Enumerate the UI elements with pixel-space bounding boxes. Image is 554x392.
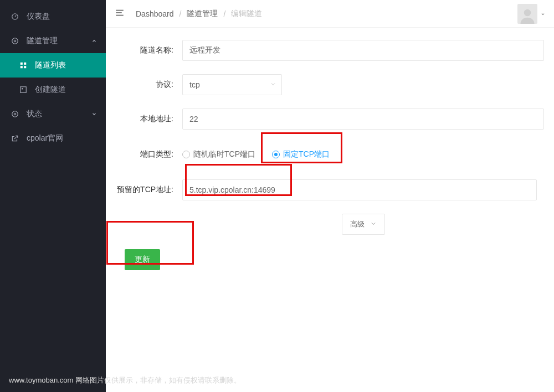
- sidebar-item-tunnel-list[interactable]: 隧道列表: [0, 53, 106, 78]
- row-port-type: 端口类型: 随机临时TCP端口 固定TCP端口: [116, 149, 544, 159]
- svg-rect-5: [20, 66, 23, 68]
- sidebar-item-dashboard[interactable]: 仪表盘: [0, 4, 106, 29]
- tunnel-name-input[interactable]: [182, 40, 544, 61]
- svg-rect-6: [24, 66, 26, 68]
- external-icon: [11, 135, 19, 142]
- protocol-value[interactable]: [182, 74, 282, 95]
- advanced-label: 高级: [350, 219, 365, 229]
- user-menu[interactable]: [517, 4, 545, 24]
- row-submit: 更新: [116, 249, 544, 270]
- list-icon: [19, 61, 27, 69]
- breadcrumb-level1[interactable]: 隧道管理: [187, 9, 218, 19]
- dashboard-icon: [11, 13, 19, 20]
- create-icon: [19, 86, 27, 94]
- update-button[interactable]: 更新: [125, 249, 160, 270]
- svg-rect-4: [24, 63, 26, 65]
- radio-icon: [182, 151, 190, 158]
- breadcrumb-root[interactable]: Dashboard: [136, 9, 174, 18]
- svg-point-11: [524, 9, 531, 16]
- tunnel-name-label: 隧道名称:: [116, 45, 182, 55]
- port-type-label: 端口类型:: [116, 149, 182, 159]
- advanced-button[interactable]: 高级: [342, 214, 385, 235]
- avatar: [517, 4, 537, 24]
- svg-point-2: [14, 40, 16, 42]
- topbar: Dashboard / 隧道管理 / 编辑隧道: [106, 0, 554, 28]
- sidebar-item-label: 隧道管理: [27, 36, 58, 46]
- sidebar-item-label: 状态: [27, 109, 42, 119]
- status-icon: [11, 110, 19, 118]
- svg-rect-8: [22, 88, 23, 89]
- sidebar-item-label: 隧道列表: [35, 60, 66, 70]
- row-tunnel-name: 隧道名称:: [116, 40, 544, 61]
- sidebar-item-status[interactable]: 状态: [0, 102, 106, 126]
- radio-label: 随机临时TCP端口: [193, 149, 255, 159]
- radio-label: 固定TCP端口: [283, 149, 330, 159]
- local-addr-label: 本地地址:: [116, 114, 182, 124]
- chevron-down-icon: [370, 220, 377, 229]
- svg-rect-7: [20, 87, 27, 93]
- breadcrumb-current: 编辑隧道: [231, 9, 262, 19]
- radio-fixed-port[interactable]: 固定TCP端口: [272, 149, 330, 159]
- footer-watermark: www.toymoban.com 网络图片仅供展示，非存储，如有侵权请联系删除。: [9, 375, 241, 385]
- breadcrumb-sep: /: [179, 9, 182, 18]
- chevron-down-icon: [91, 110, 97, 118]
- sidebar-item-label: 创建隧道: [35, 85, 66, 95]
- sidebar-item-label: 仪表盘: [27, 12, 50, 22]
- main: Dashboard / 隧道管理 / 编辑隧道 隧道名称:: [106, 0, 554, 392]
- svg-point-10: [14, 113, 16, 115]
- local-addr-input[interactable]: [182, 109, 544, 130]
- reserved-tcp-label: 预留的TCP地址:: [116, 185, 182, 195]
- radio-random-port[interactable]: 随机临时TCP端口: [182, 149, 255, 159]
- sidebar-item-tunnel-create[interactable]: 创建隧道: [0, 78, 106, 102]
- breadcrumb: Dashboard / 隧道管理 / 编辑隧道: [136, 9, 262, 19]
- sidebar-item-label: cpolar官网: [27, 133, 63, 143]
- breadcrumb-sep: /: [223, 9, 225, 18]
- protocol-select[interactable]: [182, 74, 282, 95]
- sidebar-item-tunnel-mgmt[interactable]: 隧道管理: [0, 29, 106, 53]
- svg-point-1: [12, 38, 18, 44]
- reserved-tcp-input[interactable]: [182, 179, 537, 200]
- sidebar-item-cpolar-site[interactable]: cpolar官网: [0, 126, 106, 151]
- svg-point-9: [12, 111, 18, 117]
- chevron-up-icon: [91, 37, 97, 45]
- tunnel-icon: [11, 37, 19, 45]
- row-local-addr: 本地地址:: [116, 109, 544, 130]
- form-content: 隧道名称: 协议: 本地地址:: [106, 28, 554, 282]
- radio-icon: [272, 151, 280, 158]
- protocol-label: 协议:: [116, 80, 182, 90]
- svg-rect-3: [20, 63, 23, 65]
- port-type-group: 随机临时TCP端口 固定TCP端口: [182, 149, 330, 159]
- sidebar: 仪表盘 隧道管理 隧道列表 创建隧道 状态: [0, 0, 106, 392]
- hamburger-icon[interactable]: [115, 8, 125, 19]
- row-protocol: 协议:: [116, 74, 544, 95]
- row-reserved-tcp: 预留的TCP地址:: [116, 179, 544, 200]
- caret-down-icon: [541, 9, 545, 18]
